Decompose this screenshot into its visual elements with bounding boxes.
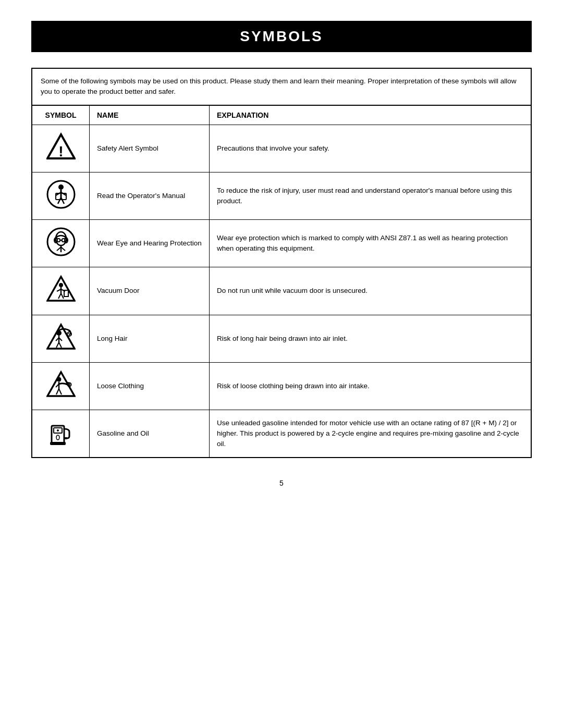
symbols-table: SYMBOL NAME EXPLANATION ! Safety Alert S… [32, 105, 531, 458]
symbol-cell [32, 267, 90, 315]
svg-line-10 [58, 198, 61, 204]
long-hair-icon [46, 323, 76, 352]
name-cell: Vacuum Door [90, 267, 210, 315]
table-row: Long Hair Risk of long hair being drawn … [32, 315, 531, 362]
header-name: NAME [90, 105, 210, 125]
explanation-cell: Do not run unit while vacuum door is uns… [210, 267, 531, 315]
table-row: Wear Eye and Hearing Protection Wear eye… [32, 220, 531, 267]
svg-point-39 [56, 377, 61, 381]
name-cell: Read the Operator's Manual [90, 172, 210, 219]
eye-hearing-icon [46, 227, 76, 256]
svg-text:!: ! [58, 143, 63, 159]
safety-alert-icon: ! [46, 132, 76, 162]
explanation-cell: Precautions that involve your safety. [210, 125, 531, 172]
page-title: SYMBOLS [31, 21, 532, 52]
gasoline-oil-icon [46, 417, 76, 447]
explanation-cell: Risk of loose clothing being drawn into … [210, 362, 531, 410]
svg-line-43 [56, 389, 59, 394]
symbol-cell: ! [32, 125, 90, 172]
explanation-cell: Wear eye protection which is marked to c… [210, 220, 531, 267]
loose-clothing-icon [46, 370, 76, 399]
svg-marker-30 [47, 325, 75, 349]
table-row: Gasoline and Oil Use unleaded gasoline i… [32, 410, 531, 458]
table-row: Loose Clothing Risk of loose clothing be… [32, 362, 531, 410]
vacuum-door-icon [46, 275, 76, 304]
name-cell: Gasoline and Oil [90, 410, 210, 458]
symbol-cell [32, 315, 90, 362]
header-symbol: SYMBOL [32, 105, 90, 125]
symbol-cell [32, 410, 90, 458]
symbol-cell [32, 362, 90, 410]
explanation-cell: Use unleaded gasoline intended for motor… [210, 410, 531, 458]
read-manual-icon [46, 180, 76, 209]
symbol-cell [32, 220, 90, 267]
svg-line-44 [59, 389, 62, 394]
svg-rect-49 [64, 437, 67, 439]
explanation-cell: To reduce the risk of injury, user must … [210, 172, 531, 219]
table-row: ! Safety Alert Symbol Precautions that i… [32, 125, 531, 172]
table-row: Read the Operator's Manual To reduce the… [32, 172, 531, 219]
symbols-container: Some of the following symbols may be use… [31, 68, 532, 458]
header-explanation: EXPLANATION [210, 105, 531, 125]
svg-line-11 [61, 198, 64, 204]
svg-point-23 [59, 283, 63, 287]
symbol-cell [32, 172, 90, 219]
svg-point-31 [56, 330, 62, 336]
name-cell: Wear Eye and Hearing Protection [90, 220, 210, 267]
explanation-cell: Risk of long hair being drawn into air i… [210, 315, 531, 362]
svg-line-29 [61, 293, 64, 299]
svg-line-28 [58, 293, 61, 299]
intro-paragraph: Some of the following symbols may be use… [32, 68, 531, 105]
name-cell: Safety Alert Symbol [90, 125, 210, 172]
table-row: Vacuum Door Do not run unit while vacuum… [32, 267, 531, 315]
svg-line-36 [56, 342, 59, 348]
name-cell: Loose Clothing [90, 362, 210, 410]
svg-line-37 [59, 342, 62, 348]
page-number: 5 [31, 479, 532, 487]
name-cell: Long Hair [90, 315, 210, 362]
svg-point-3 [58, 184, 64, 190]
